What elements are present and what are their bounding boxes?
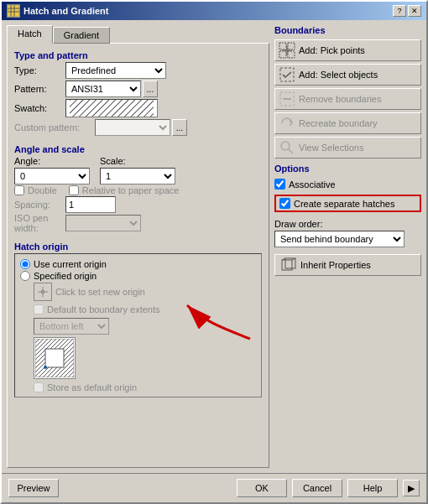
draw-order-section: Draw order: Send behind boundary Send to…: [274, 219, 421, 247]
iso-select[interactable]: [65, 215, 141, 231]
remove-btn[interactable]: Remove boundaries: [274, 88, 421, 110]
remove-icon: [279, 91, 295, 107]
recreate-label: Recreate boundary: [299, 118, 378, 128]
draw-order-label: Draw order:: [274, 219, 421, 229]
angle-select-group: 0 45 90: [14, 168, 90, 184]
associative-row: Associative: [274, 179, 421, 190]
specified-label: Specified origin: [34, 271, 97, 281]
title-bar: Hatch and Gradient ? ✕: [2, 2, 426, 20]
view-btn[interactable]: View Selections: [274, 137, 421, 158]
inherit-label: Inherit Properties: [300, 260, 371, 270]
svg-rect-6: [70, 100, 154, 117]
tab-bar: Hatch Gradient: [7, 25, 269, 44]
custom-pattern-select[interactable]: [95, 119, 170, 136]
svg-point-16: [44, 366, 47, 369]
spacing-label: Spacing:: [14, 200, 60, 210]
relative-checkbox[interactable]: [69, 185, 79, 195]
custom-pattern-row: Custom pattern: ...: [14, 119, 262, 136]
associative-checkbox[interactable]: [274, 179, 285, 190]
svg-rect-24: [279, 66, 295, 83]
create-separate-label: Create separate hatches: [294, 199, 394, 209]
dialog-title: Hatch and Gradient: [23, 6, 108, 16]
spacing-input[interactable]: [65, 196, 116, 213]
custom-pattern-label: Custom pattern:: [14, 122, 90, 132]
pattern-select[interactable]: ANSI31 ANSI32 ANSI33: [65, 81, 141, 97]
store-default-row: Store as default origin: [34, 382, 256, 392]
type-select[interactable]: Predefined User defined Custom: [65, 62, 166, 79]
ok-btn[interactable]: OK: [237, 479, 287, 497]
swatch-label: Swatch:: [14, 103, 60, 113]
inherit-btn[interactable]: Inherit Properties: [274, 254, 421, 276]
title-bar-left: Hatch and Gradient: [7, 4, 108, 18]
tab-gradient[interactable]: Gradient: [53, 27, 110, 44]
angle-scale-section: Angle and scale Angle: 0 45 90: [14, 144, 262, 233]
options-section: Options Associative Create separate hatc…: [274, 164, 421, 276]
iso-row: ISO pen width:: [14, 213, 262, 233]
type-pattern-section: Type and pattern Type: Predefined User d…: [14, 50, 262, 136]
pattern-browse-btn[interactable]: ...: [143, 81, 158, 97]
right-panel: Boundaries Add: Pic: [274, 25, 421, 468]
scale-label: Scale:: [100, 156, 175, 166]
double-checkbox[interactable]: [14, 185, 24, 195]
cancel-btn[interactable]: Cancel: [292, 479, 342, 497]
create-separate-checkbox[interactable]: [279, 198, 290, 209]
recreate-btn[interactable]: Recreate boundary: [274, 112, 421, 134]
view-icon: [279, 139, 295, 156]
default-boundary-label: Default to boundary extents: [47, 304, 160, 314]
swatch-row: Swatch:: [14, 99, 262, 117]
help-title-btn[interactable]: ?: [393, 5, 406, 17]
double-row: Double Relative to paper space: [14, 185, 262, 195]
title-buttons: ? ✕: [393, 5, 421, 17]
pattern-select-group: ANSI31 ANSI32 ANSI33 ...: [65, 81, 158, 97]
inherit-icon: [280, 257, 297, 273]
swatch-preview: [65, 99, 158, 117]
add-pick-label: Add: Pick points: [299, 45, 365, 55]
add-pick-btn[interactable]: Add: Pick points: [274, 39, 421, 61]
next-icon: ▶: [408, 483, 415, 494]
spacing-row: Spacing:: [14, 196, 262, 213]
angle-col: Angle: 0 45 90: [14, 156, 90, 184]
tab-hatch[interactable]: Hatch: [7, 25, 53, 44]
pattern-row: Pattern: ANSI31 ANSI32 ANSI33 ...: [14, 81, 262, 97]
close-title-btn[interactable]: ✕: [408, 5, 421, 17]
origin-box: Use current origin Specified origin: [14, 253, 262, 397]
custom-browse-btn[interactable]: ...: [172, 119, 187, 136]
click-set-btn: [34, 283, 52, 301]
custom-pattern-group: ...: [95, 119, 187, 136]
add-select-icon: [279, 66, 295, 83]
add-select-btn[interactable]: Add: Select objects: [274, 64, 421, 86]
next-btn[interactable]: ▶: [403, 480, 420, 496]
type-row: Type: Predefined User defined Custom: [14, 62, 262, 79]
dialog-content: Hatch Gradient Type and pattern Type: Pr…: [2, 20, 426, 473]
scale-select[interactable]: 1 2 0.5: [100, 168, 175, 184]
draw-order-select[interactable]: Send behind boundary Send to back Bring …: [274, 231, 405, 247]
store-default-checkbox: [34, 382, 44, 392]
create-separate-highlighted: Create separate hatches: [274, 195, 421, 212]
relative-label: Relative to paper space: [82, 185, 180, 195]
type-label: Type:: [14, 65, 60, 75]
default-boundary-row: Default to boundary extents: [34, 304, 256, 314]
pattern-label: Pattern:: [14, 84, 60, 94]
hatch-origin-section: Hatch origin Use current origin Specifie…: [14, 242, 262, 397]
bottom-bar: Preview OK Cancel Help ▶: [2, 473, 426, 502]
origin-sub: Click to set new origin Default to bound…: [20, 283, 256, 393]
double-label: Double: [28, 185, 57, 195]
left-panel: Hatch Gradient Type and pattern Type: Pr…: [7, 25, 269, 468]
remove-label: Remove boundaries: [299, 94, 381, 104]
bottom-left-row: Bottom left: [34, 318, 256, 335]
recreate-icon: [279, 115, 295, 132]
add-pick-icon: [279, 42, 295, 59]
specified-radio[interactable]: [20, 271, 30, 281]
hatch-origin-label: Hatch origin: [14, 242, 262, 252]
preview-btn[interactable]: Preview: [8, 479, 59, 497]
options-label: Options: [274, 164, 421, 174]
associative-label: Associative: [289, 179, 336, 190]
use-current-radio[interactable]: [20, 259, 30, 269]
angle-select[interactable]: 0 45 90: [14, 168, 90, 184]
dialog-icon: [7, 4, 20, 18]
specified-row: Specified origin: [20, 271, 256, 281]
angle-label: Angle:: [14, 156, 90, 166]
help-btn[interactable]: Help: [347, 479, 398, 497]
origin-preview: [34, 337, 76, 379]
angle-scale-label: Angle and scale: [14, 144, 262, 154]
